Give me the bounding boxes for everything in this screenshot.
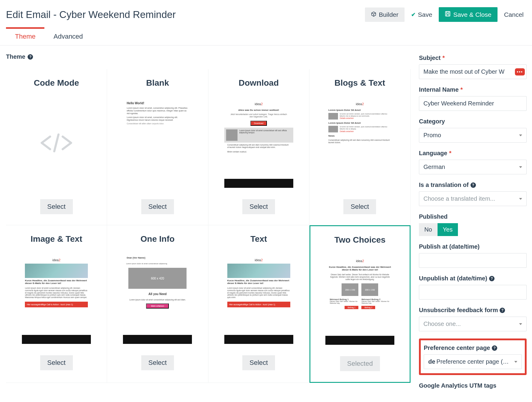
preference-center-highlight: Preference center page ? dePreference ce…: [419, 338, 527, 375]
unpublish-at-input[interactable]: [419, 285, 527, 300]
select-button[interactable]: Select: [141, 355, 174, 370]
theme-card-text: Text idea2 Kurze Headline, die Zusammenf…: [208, 225, 309, 383]
publish-at-input[interactable]: [419, 253, 527, 268]
chevron-down-icon: [514, 361, 517, 363]
chevron-down-icon: [519, 134, 522, 136]
svg-rect-2: [447, 14, 449, 16]
theme-card-one-info: One Info Dear [Vor Name] Lorem ipsum dol…: [107, 225, 208, 383]
theme-thumbnail: idea2 Alles was Du schon immer wolltest!…: [224, 98, 293, 188]
chevron-down-icon: [519, 166, 522, 168]
internal-name-label: Internal Name *: [419, 86, 527, 93]
theme-card-two-choices: Two Choices idea2 Kurze Headline, die Zu…: [309, 225, 411, 383]
theme-thumbnail: [22, 98, 91, 188]
select-button[interactable]: Select: [40, 355, 73, 370]
language-select[interactable]: German: [419, 160, 527, 174]
theme-card-blogs-text: Blogs & Text idea2 Lorem Ipsum Dolor Sit…: [309, 69, 411, 225]
selected-button[interactable]: Selected: [340, 356, 380, 371]
chevron-down-icon: [519, 323, 522, 325]
builder-button[interactable]: Builder: [365, 7, 404, 22]
cancel-button[interactable]: Cancel: [502, 7, 526, 22]
preference-center-label: Preference center page ?: [424, 344, 522, 351]
theme-card-code-mode: Code Mode Select: [6, 69, 107, 225]
help-icon[interactable]: ?: [28, 54, 33, 60]
theme-thumbnail: Hello World! Lorem ipsum dolor sit amet,…: [123, 98, 192, 188]
select-button[interactable]: Select: [343, 199, 376, 214]
published-no[interactable]: No: [419, 223, 438, 236]
code-icon: [22, 98, 91, 188]
theme-card-blank: Blank Hello World! Lorem ipsum dolor sit…: [107, 69, 208, 225]
select-button[interactable]: Select: [40, 199, 73, 214]
category-label: Category: [419, 118, 527, 125]
chevron-down-icon: [519, 198, 522, 200]
tab-advanced[interactable]: Advanced: [44, 28, 92, 45]
theme-thumbnail: idea2 Kurze Headline, die Zusammenfasst …: [224, 254, 293, 344]
svg-rect-1: [447, 12, 449, 13]
internal-name-input[interactable]: [419, 96, 527, 111]
help-icon[interactable]: ?: [492, 345, 497, 351]
select-button[interactable]: Select: [141, 199, 174, 214]
cube-icon: [371, 11, 376, 18]
subject-input[interactable]: [419, 64, 527, 79]
select-button[interactable]: Select: [242, 355, 275, 370]
unsubscribe-label: Unsubscribe feedback form ?: [419, 307, 527, 314]
theme-thumbnail: idea2 Kurze Headline, die Zusammenfasst …: [325, 255, 394, 345]
utm-label: Google Analytics UTM tags: [419, 382, 527, 389]
theme-card-download: Download idea2 Alles was Du schon immer …: [208, 69, 309, 225]
disk-icon: [445, 11, 451, 18]
save-close-button[interactable]: Save & Close: [439, 7, 497, 22]
unsubscribe-select[interactable]: Choose one...: [419, 317, 527, 331]
theme-card-image-text: Image & Text idea2 Kurze Headline, die Z…: [6, 225, 107, 383]
theme-thumbnail: Dear [Vor Name] Lorem ipsum dolor sit am…: [123, 254, 192, 344]
save-button[interactable]: ✔ Save: [409, 7, 435, 22]
theme-thumbnail: idea2 Kurze Headline, die Zusammenfasst …: [22, 254, 91, 344]
unpublish-at-label: Unpublish at (date/time) ?: [419, 275, 527, 282]
subject-label: Subject *: [419, 55, 527, 61]
preference-center-select[interactable]: dePreference center page (26)×: [424, 354, 522, 369]
help-icon[interactable]: ?: [489, 276, 495, 281]
published-label: Published: [419, 213, 527, 220]
help-icon[interactable]: ?: [500, 308, 505, 313]
help-icon[interactable]: ?: [471, 182, 476, 188]
translation-label: Is a translation of ?: [419, 182, 527, 188]
language-label: Language *: [419, 150, 527, 157]
theme-thumbnail: idea2 Lorem Ipsum Dolor Sit Amet Ut enim…: [325, 98, 394, 188]
publish-at-label: Publish at (date/time): [419, 243, 527, 250]
page-title: Edit Email - Cyber Weekend Reminder: [6, 9, 176, 20]
select-button[interactable]: Select: [242, 199, 275, 214]
translation-select[interactable]: Choose a translated item...: [419, 191, 527, 206]
published-yes[interactable]: Yes: [438, 223, 458, 236]
category-select[interactable]: Promo: [419, 128, 527, 143]
section-label: Theme ?: [6, 53, 411, 60]
check-icon: ✔: [411, 11, 416, 18]
expand-badge[interactable]: •••: [515, 68, 525, 75]
tab-theme[interactable]: Theme: [6, 28, 44, 45]
